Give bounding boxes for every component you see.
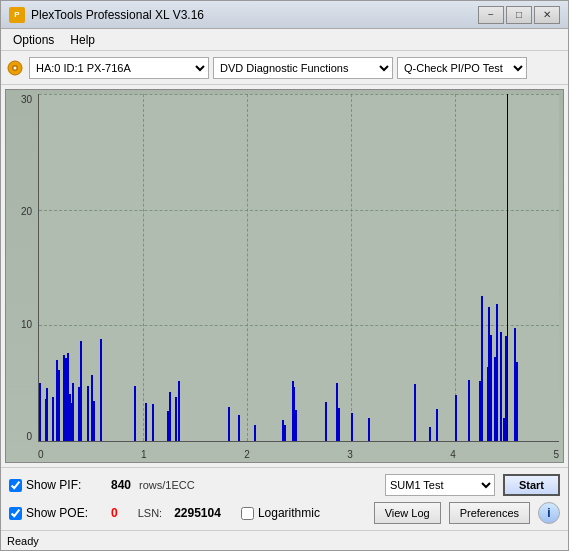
menu-help[interactable]: Help	[62, 31, 103, 49]
chart-bar	[455, 395, 457, 441]
window-title: PlexTools Professional XL V3.16	[31, 8, 478, 22]
chart-bar	[175, 397, 177, 441]
chart-bar	[505, 336, 507, 441]
chart-bar	[87, 386, 89, 441]
view-log-button[interactable]: View Log	[374, 502, 441, 524]
show-pif-checkbox[interactable]	[9, 479, 22, 492]
chart-bar	[93, 401, 95, 441]
chart-bars	[39, 94, 559, 441]
x-label-4: 4	[450, 449, 456, 460]
status-text: Ready	[7, 535, 39, 547]
drive-icon	[5, 58, 25, 78]
poe-label: Show POE:	[26, 506, 88, 520]
main-window: P PlexTools Professional XL V3.16 − □ ✕ …	[0, 0, 569, 551]
minimize-button[interactable]: −	[478, 6, 504, 24]
show-poe-checkbox[interactable]	[9, 507, 22, 520]
menu-options[interactable]: Options	[5, 31, 62, 49]
log-checkbox-label: Logarithmic	[241, 506, 331, 520]
x-label-0: 0	[38, 449, 44, 460]
chart-bar	[80, 341, 82, 441]
chart-bar	[238, 415, 240, 441]
chart-plot	[38, 94, 559, 442]
poe-value: 0	[111, 506, 118, 520]
y-label-30: 30	[8, 94, 36, 105]
chart-bar	[468, 380, 470, 441]
chart-bar	[500, 332, 502, 441]
logarithmic-checkbox[interactable]	[241, 507, 254, 520]
chart-bar	[145, 403, 147, 441]
bottom-row-2: Show POE: 0 LSN: 2295104 Logarithmic Vie…	[9, 500, 560, 526]
chart-bar	[39, 383, 41, 441]
x-label-5: 5	[553, 449, 559, 460]
chart-bar	[338, 408, 340, 441]
drive-selector[interactable]: HA:0 ID:1 PX-716A	[29, 57, 209, 79]
chart-bar	[429, 427, 431, 441]
poe-checkbox-label: Show POE:	[9, 506, 99, 520]
chart-bar	[414, 384, 416, 441]
chart-bar	[368, 418, 370, 441]
test-selector[interactable]: Q-Check PI/PO Test	[397, 57, 527, 79]
sum-test-selector[interactable]: SUM1 Test SUM8 Test	[385, 474, 495, 496]
app-icon: P	[9, 7, 25, 23]
maximize-button[interactable]: □	[506, 6, 532, 24]
bottom-row-1: Show PIF: 840 rows/1ECC SUM1 Test SUM8 T…	[9, 472, 560, 498]
chart-bar	[134, 386, 136, 441]
chart-bar	[516, 362, 518, 441]
start-button[interactable]: Start	[503, 474, 560, 496]
chart-bar	[100, 339, 102, 441]
chart-bar	[325, 402, 327, 441]
x-label-2: 2	[244, 449, 250, 460]
chart-bar	[436, 409, 438, 441]
y-label-10: 10	[8, 319, 36, 330]
chart-background: 30 20 10 0	[6, 90, 563, 462]
pif-checkbox-label: Show PIF:	[9, 478, 99, 492]
chart-bar	[295, 410, 297, 441]
info-button[interactable]: i	[538, 502, 560, 524]
pif-label: Show PIF:	[26, 478, 81, 492]
pif-value: 840	[111, 478, 131, 492]
chart-bar	[254, 425, 256, 441]
y-axis: 30 20 10 0	[6, 90, 38, 442]
preferences-button[interactable]: Preferences	[449, 502, 530, 524]
close-button[interactable]: ✕	[534, 6, 560, 24]
chart-bar	[284, 425, 286, 441]
chart-bar	[58, 370, 60, 441]
lsn-value: 2295104	[174, 506, 221, 520]
bottom-panel: Show PIF: 840 rows/1ECC SUM1 Test SUM8 T…	[1, 467, 568, 530]
y-label-20: 20	[8, 206, 36, 217]
chart-bar	[496, 304, 498, 441]
svg-point-2	[14, 66, 17, 69]
title-bar: P PlexTools Professional XL V3.16 − □ ✕	[1, 1, 568, 29]
menu-bar: Options Help	[1, 29, 568, 51]
chart-bar	[178, 381, 180, 441]
title-bar-controls: − □ ✕	[478, 6, 560, 24]
chart-bar	[228, 407, 230, 441]
chart-bar	[481, 296, 483, 441]
chart-bar	[152, 404, 154, 441]
chart-bar	[72, 383, 74, 441]
status-bar: Ready	[1, 530, 568, 550]
chart-area: 30 20 10 0	[5, 89, 564, 463]
function-selector[interactable]: DVD Diagnostic Functions	[213, 57, 393, 79]
chart-bar	[52, 397, 54, 441]
toolbar: HA:0 ID:1 PX-716A DVD Diagnostic Functio…	[1, 51, 568, 85]
chart-bar	[351, 413, 353, 441]
y-label-0: 0	[8, 431, 36, 442]
rows-label: rows/1ECC	[139, 479, 195, 491]
lsn-label: LSN:	[138, 507, 162, 519]
x-axis: 0 1 2 3 4 5	[38, 449, 559, 460]
chart-bar	[46, 388, 48, 441]
x-label-1: 1	[141, 449, 147, 460]
chart-bar	[490, 335, 492, 441]
logarithmic-label: Logarithmic	[258, 506, 320, 520]
x-label-3: 3	[347, 449, 353, 460]
chart-bar	[169, 392, 171, 441]
